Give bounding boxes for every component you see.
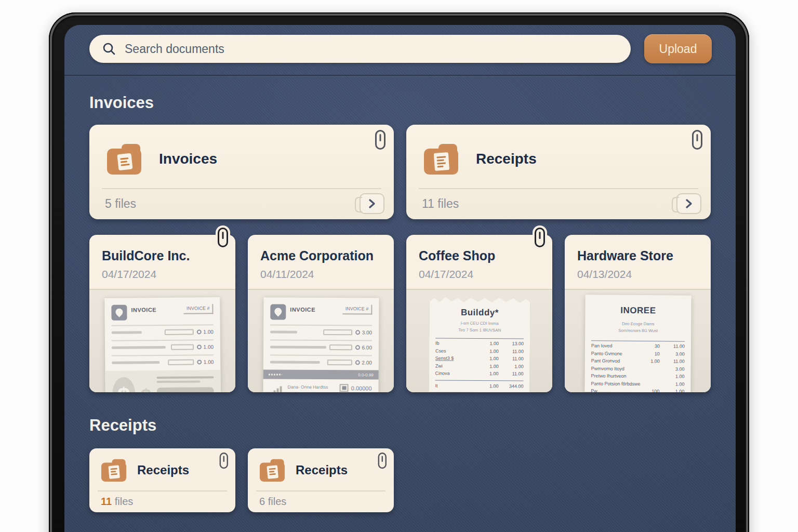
folder-icon bbox=[258, 458, 286, 483]
folder-icon bbox=[100, 458, 128, 483]
app-screen: Search documents Upload Invoices bbox=[64, 25, 736, 532]
file-count: 6 files bbox=[259, 496, 286, 508]
document-card-buildcore[interactable]: BuildCore Inc. 04/17/2024 INVOICE INVOIC… bbox=[89, 235, 235, 392]
page: Search documents Upload Invoices bbox=[0, 0, 798, 532]
divider bbox=[419, 188, 698, 189]
invoice-total-band: 0.0-0.99 bbox=[263, 369, 378, 379]
file-count: 11 files bbox=[422, 197, 459, 211]
document-card-hardware-store[interactable]: Hardware Store 04/13/2024 INOREE Deo Eco… bbox=[565, 235, 711, 392]
content: Invoices bbox=[64, 94, 736, 512]
folder-icon bbox=[105, 142, 143, 176]
folder-footer: 11 files bbox=[422, 193, 701, 214]
open-folder-button[interactable] bbox=[676, 193, 701, 214]
doc-header: Coffee Shop 04/17/2024 bbox=[406, 235, 552, 289]
document-card-coffee-shop[interactable]: Coffee Shop 04/17/2024 Builddy* I-sm CEU… bbox=[406, 235, 552, 392]
chevron-right-icon bbox=[368, 198, 376, 209]
doc-title: Acme Corporation bbox=[260, 248, 381, 263]
search-placeholder: Search documents bbox=[125, 42, 224, 56]
divider bbox=[98, 490, 227, 491]
document-card-acme[interactable]: Acme Corporation 04/11/2024 INVOICE INVO… bbox=[248, 235, 394, 392]
file-count: 5 files bbox=[105, 197, 136, 211]
receipt-folder-grid: Receipts 11 files bbox=[89, 448, 711, 512]
section-title-receipts: Receipts bbox=[89, 416, 711, 435]
folder-card-receipts[interactable]: Receipts 11 files bbox=[406, 125, 711, 219]
receipt-folder-card-1[interactable]: Receipts 11 files bbox=[89, 448, 235, 512]
search-icon bbox=[102, 42, 116, 56]
invoice-logo bbox=[270, 304, 286, 320]
doc-header: BuildCore Inc. 04/17/2024 bbox=[89, 235, 235, 289]
doc-thumbnail: INVOICE INVOICE # 3.00 6.00 2.00 bbox=[248, 289, 394, 392]
section-title-invoices: Invoices bbox=[89, 94, 711, 112]
paperclip-icon bbox=[378, 453, 387, 469]
receipt-folder-card-2[interactable]: Receipts 6 files bbox=[248, 448, 394, 512]
doc-title: Coffee Shop bbox=[419, 248, 540, 263]
folder-name: Receipts bbox=[296, 463, 348, 477]
top-bar: Search documents Upload bbox=[64, 25, 736, 63]
doc-thumbnail: INOREE Deo Ecoge DamsSom/ecnors 8G Wust … bbox=[565, 289, 711, 392]
receipt-brand: Builddy* bbox=[435, 307, 524, 318]
receipt-brand: INOREE bbox=[591, 305, 685, 316]
doc-header: Hardware Store 04/13/2024 bbox=[565, 235, 711, 289]
divider bbox=[102, 188, 381, 189]
invoice-number: INVOICE # bbox=[342, 304, 372, 314]
tablet-frame: Search documents Upload Invoices bbox=[49, 12, 749, 532]
paperclip-icon bbox=[220, 453, 228, 469]
doc-thumbnail: INVOICE INVOICE # 1.00 1.00 1.00 bbox=[89, 289, 235, 392]
doc-date: 04/13/2024 bbox=[577, 268, 698, 281]
folder-footer: 5 files bbox=[105, 193, 384, 214]
invoice-note: Dana- Onne Hardtss UNG Ajususs w snu Act… bbox=[287, 384, 336, 392]
bar-chart-icon bbox=[270, 385, 283, 392]
folder-grid: Invoices 5 files bbox=[89, 125, 711, 219]
folder-main: Invoices bbox=[89, 125, 394, 176]
invoice-brand: INVOICE bbox=[131, 307, 156, 313]
invoice-brand: INVOICE bbox=[290, 307, 315, 313]
doc-title: Hardware Store bbox=[577, 248, 698, 263]
folder-name: Invoices bbox=[159, 151, 217, 167]
doc-title: BuildCore Inc. bbox=[102, 248, 223, 263]
invoice-preview: INVOICE INVOICE # 1.00 1.00 1.00 bbox=[104, 297, 221, 392]
invoice-number: INVOICE # bbox=[183, 304, 213, 314]
doc-date: 04/11/2024 bbox=[260, 268, 381, 281]
open-folder-button[interactable] bbox=[360, 193, 384, 214]
invoice-preview: INVOICE INVOICE # 3.00 6.00 2.00 bbox=[263, 297, 379, 392]
folder-name: Receipts bbox=[137, 463, 189, 477]
dollar-watermark: $ bbox=[112, 377, 135, 392]
folder-main: Receipts bbox=[406, 125, 711, 176]
doc-date: 04/17/2024 bbox=[419, 268, 540, 281]
invoice-logo bbox=[111, 305, 127, 321]
receipt-preview: Builddy* I-sm CEU CDI ImmaTeo 7 Som 1 IB… bbox=[429, 297, 530, 392]
chevron-right-icon bbox=[685, 198, 693, 209]
doc-header: Acme Corporation 04/11/2024 bbox=[248, 235, 394, 289]
file-count: 11 files bbox=[101, 496, 133, 508]
folder-main: Receipts bbox=[89, 448, 235, 483]
folder-icon bbox=[422, 142, 460, 176]
doc-date: 04/17/2024 bbox=[102, 268, 223, 281]
header-divider bbox=[64, 75, 736, 76]
folder-main: Receipts bbox=[248, 448, 394, 483]
paperclip-icon bbox=[535, 228, 545, 247]
folder-name: Receipts bbox=[476, 151, 537, 167]
doc-thumbnail: Builddy* I-sm CEU CDI ImmaTeo 7 Som 1 IB… bbox=[406, 289, 552, 392]
document-grid: BuildCore Inc. 04/17/2024 INVOICE INVOIC… bbox=[89, 235, 711, 392]
paperclip-icon bbox=[692, 130, 702, 150]
upload-button[interactable]: Upload bbox=[644, 34, 712, 63]
paperclip-icon bbox=[375, 130, 385, 150]
search-input[interactable]: Search documents bbox=[89, 35, 631, 63]
divider bbox=[256, 490, 385, 491]
dollar-watermark-small: $ bbox=[140, 385, 152, 392]
paperclip-icon bbox=[218, 228, 228, 247]
receipt-preview: INOREE Deo Ecoge DamsSom/ecnors 8G Wust … bbox=[584, 295, 691, 392]
folder-card-invoices[interactable]: Invoices 5 files bbox=[89, 125, 394, 219]
